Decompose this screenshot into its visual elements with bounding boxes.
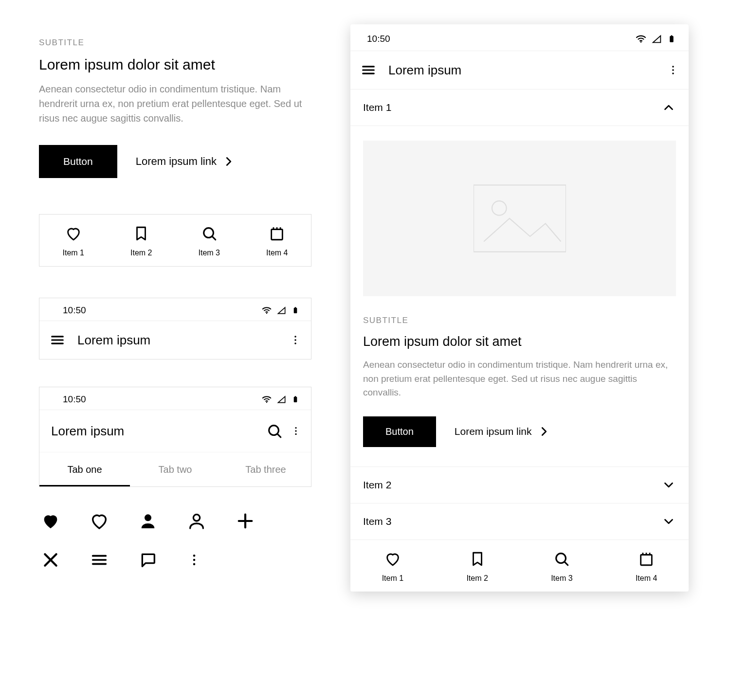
heart-filled-icon [41,511,60,531]
wifi-icon [261,394,272,405]
tab-bar: Tab one Tab two Tab three [39,452,311,486]
accordion-item-3: Item 3 [350,503,689,540]
user-outline-icon [187,511,206,531]
subtitle-text: SUBTITLE [363,316,676,325]
nav-item-4[interactable]: Item 4 [243,215,311,266]
app-title: Lorem ipsum [77,333,150,348]
title-text: Lorem ipsum dolor sit amet [39,56,311,73]
primary-link[interactable]: Lorem ipsum link [455,424,551,439]
bookmark-outline-icon [469,551,486,567]
more-vert-icon[interactable] [290,333,301,347]
primary-button[interactable]: Button [39,145,117,178]
status-time: 10:50 [63,305,86,316]
app-bar-tabs-card: 10:50 Lorem ipsum Tab one Tab two Tab th… [39,387,311,487]
tab-three[interactable]: Tab three [220,452,311,486]
heart-outline-icon [65,225,82,242]
nav-label: Item 1 [382,574,403,583]
battery-icon [667,33,676,45]
icon-grid [39,511,282,570]
app-bar: Lorem ipsum [39,410,311,452]
search-icon [201,225,218,242]
signal-icon [277,305,287,315]
accordion-label: Item 3 [363,516,391,527]
accordion-header[interactable]: Item 3 [350,503,689,539]
bookmark-outline-icon [133,225,149,242]
heart-outline-icon [90,511,109,531]
tab-one[interactable]: Tab one [39,452,130,486]
app-bar: Lorem ipsum [350,51,689,89]
subtitle-text: SUBTITLE [39,38,311,48]
menu-icon[interactable] [360,62,377,78]
image-placeholder [363,141,676,296]
chevron-up-icon [661,100,676,115]
title-text: Lorem ipsum dolor sit amet [363,334,676,349]
accordion-item-2: Item 2 [350,467,689,503]
nav-item-2[interactable]: Item 2 [108,215,176,266]
nav-item-1[interactable]: Item 1 [39,215,108,266]
plus-icon [236,511,255,531]
nav-label: Item 3 [199,249,220,257]
accordion-header[interactable]: Item 2 [350,467,689,503]
menu-icon[interactable] [49,332,66,348]
heart-outline-icon [384,551,401,567]
status-time: 10:50 [367,34,390,44]
chevron-right-icon [537,424,551,439]
status-bar: 10:50 [39,298,311,321]
nav-item-3[interactable]: Item 3 [520,540,604,592]
body-text: Aenean consectetur odio in condimentum t… [363,358,676,400]
phone-frame: 10:50 Lorem ipsum Item 1 SUBTI [350,24,689,592]
link-label: Lorem ipsum link [455,426,532,437]
accordion-content: SUBTITLE Lorem ipsum dolor sit amet Aene… [350,126,689,467]
nav-label: Item 4 [636,574,657,583]
app-bar: Lorem ipsum [39,321,311,359]
chevron-right-icon [221,154,236,169]
signal-icon [277,395,287,404]
nav-label: Item 2 [466,574,488,583]
speech-bubble-icon [138,550,158,570]
status-time: 10:50 [63,394,86,405]
nav-label: Item 1 [63,249,84,257]
nav-item-1[interactable]: Item 1 [350,540,435,592]
search-icon [553,551,570,567]
nav-item-4[interactable]: Item 4 [604,540,689,592]
menu-icon [90,550,109,570]
wifi-icon [261,305,272,316]
nav-item-2[interactable]: Item 2 [435,540,520,592]
user-filled-icon [138,511,158,531]
link-label: Lorem ipsum link [136,155,217,168]
app-title: Lorem ipsum [51,424,124,439]
more-vert-icon[interactable] [291,424,301,438]
app-title: Lorem ipsum [388,63,461,78]
primary-link[interactable]: Lorem ipsum link [136,154,236,169]
signal-icon [652,34,662,44]
calendar-icon [638,551,655,567]
accordion-item-1: Item 1 SUBTITLE Lorem ipsum dolor sit am… [350,89,689,467]
body-text: Aenean consectetur odio in condimentum t… [39,82,311,126]
image-placeholder-icon [474,184,566,252]
close-icon [41,550,60,570]
nav-label: Item 3 [551,574,572,583]
app-bar-card: 10:50 Lorem ipsum [39,298,311,359]
nav-label: Item 4 [266,249,288,257]
tab-two[interactable]: Tab two [130,452,220,486]
chevron-down-icon [661,478,676,492]
nav-label: Item 2 [130,249,152,257]
status-bar: 10:50 [350,24,689,51]
accordion-label: Item 1 [363,102,391,113]
content-block: SUBTITLE Lorem ipsum dolor sit amet Aene… [39,38,311,178]
more-vert-icon [187,551,201,569]
search-icon[interactable] [266,423,283,439]
nav-item-3[interactable]: Item 3 [175,215,243,266]
bottom-nav: Item 1 Item 2 Item 3 Item 4 [350,540,689,592]
chevron-down-icon [661,514,676,529]
status-bar: 10:50 [39,387,311,410]
calendar-icon [269,225,285,242]
more-vert-icon[interactable] [667,63,679,77]
primary-button[interactable]: Button [363,416,436,447]
battery-icon [292,305,299,316]
wifi-icon [635,33,647,45]
bottom-nav: Item 1 Item 2 Item 3 Item 4 [39,214,311,267]
battery-icon [292,394,299,405]
accordion-label: Item 2 [363,479,391,491]
accordion-header[interactable]: Item 1 [350,90,689,126]
